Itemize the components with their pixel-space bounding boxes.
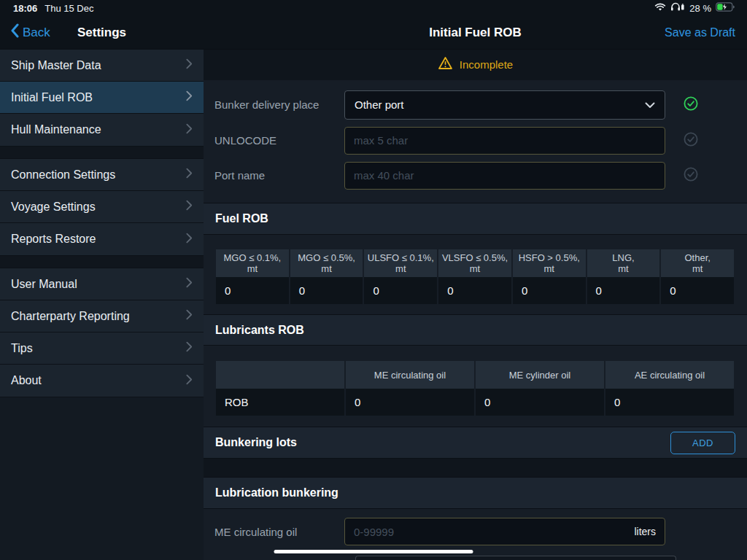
sidebar-item-reports-restore[interactable]: Reports Restore: [0, 223, 204, 255]
me-circulating-oil-label: ME circulating oil: [204, 526, 344, 538]
column-header: LNG,mt: [586, 249, 660, 277]
lubricant-value-cell[interactable]: 0: [344, 389, 474, 416]
settings-sidebar: Ship Master Data Initial Fuel ROB Hull M…: [0, 50, 204, 560]
unlocode-label: UNLOCODE: [204, 134, 344, 147]
back-label: Back: [23, 26, 50, 40]
page-header: Initial Fuel ROB Save as Draft: [204, 16, 747, 49]
warning-triangle-icon: [438, 56, 453, 73]
column-header: ME circulating oil: [344, 361, 474, 389]
chevron-right-icon: [186, 123, 193, 137]
chevron-left-icon: [10, 23, 19, 42]
sidebar-group-3: User Manual Charterparty Reporting Tips …: [0, 268, 204, 397]
fuel-value-cell[interactable]: 0: [659, 277, 734, 304]
section-gap: [204, 459, 747, 477]
chevron-right-icon: [186, 341, 193, 355]
sidebar-item-label: Hull Maintenance: [11, 123, 101, 136]
sidebar-item-label: User Manual: [11, 278, 77, 291]
sidebar-group-gap: [0, 255, 204, 268]
form-row-me-circulating-oil: ME circulating oil liters: [204, 518, 747, 545]
battery-percent: 28 %: [689, 3, 711, 14]
sidebar-item-label: Connection Settings: [11, 168, 115, 182]
incomplete-banner: Incomplete: [204, 50, 747, 80]
sidebar-item-connection-settings[interactable]: Connection Settings: [0, 159, 204, 191]
lubricants-values-row: ROB 0 0 0: [216, 389, 734, 416]
sidebar-filler: [0, 397, 204, 560]
fuel-value-cell[interactable]: 0: [511, 277, 586, 304]
sidebar-item-charterparty-reporting[interactable]: Charterparty Reporting: [0, 300, 204, 332]
sidebar-item-label: Ship Master Data: [11, 59, 101, 72]
chevron-right-icon: [186, 90, 193, 104]
pending-check-icon: [684, 132, 698, 149]
form-row-bunker-delivery-place: Bunker delivery place Other port: [204, 90, 747, 120]
fuel-rob-values-row: 0 0 0 0 0 0 0: [216, 277, 734, 304]
fuel-rob-table: MGO ≤ 0.1%,mt MGO ≤ 0.5%,mt ULSFO ≤ 0.1%…: [216, 249, 734, 304]
sidebar-item-label: Charterparty Reporting: [11, 310, 130, 323]
chevron-right-icon: [186, 233, 193, 246]
sidebar-item-label: About: [11, 374, 42, 387]
port-name-label: Port name: [204, 169, 344, 182]
chevron-down-icon: [645, 98, 655, 112]
add-bunkering-lot-button[interactable]: ADD: [670, 432, 735, 454]
sidebar-header: Back Settings: [0, 16, 204, 49]
form-row-port-name: Port name: [204, 162, 747, 190]
sidebar-item-label: Tips: [11, 342, 33, 355]
chevron-right-icon: [186, 309, 193, 323]
clock: 18:06: [13, 3, 37, 14]
date: Thu 15 Dec: [44, 3, 93, 14]
unlocode-input[interactable]: [344, 127, 665, 155]
chevron-right-icon: [186, 200, 193, 214]
save-as-draft-button[interactable]: Save as Draft: [665, 26, 735, 39]
column-header: MGO ≤ 0.5%,mt: [289, 249, 363, 277]
chevron-right-icon: [186, 168, 193, 182]
chevron-right-icon: [186, 374, 193, 388]
unit-label: liters: [634, 526, 656, 537]
sidebar-item-user-manual[interactable]: User Manual: [0, 268, 204, 300]
sidebar-item-label: Reports Restore: [11, 233, 96, 246]
screen: 18:06 Thu 15 Dec 28 % Back Setti: [0, 0, 747, 560]
back-button[interactable]: Back: [10, 23, 50, 42]
battery-charging-icon: [716, 2, 735, 14]
lubricants-rob-section-header: Lubricants ROB: [204, 314, 747, 346]
me-circulating-oil-input[interactable]: [344, 518, 665, 545]
lubricants-rob-table: ME circulating oil ME cylinder oil AE ci…: [216, 361, 734, 416]
port-name-input[interactable]: [344, 162, 665, 190]
form-row-unlocode: UNLOCODE: [204, 127, 747, 155]
initial-fuel-rob-panel: Incomplete Bunker delivery place Other p…: [204, 50, 747, 560]
sidebar-group-1: Ship Master Data Initial Fuel ROB Hull M…: [0, 50, 204, 146]
bunker-delivery-place-label: Bunker delivery place: [204, 98, 344, 111]
column-header: ME cylinder oil: [474, 361, 604, 389]
fuel-value-cell[interactable]: 0: [437, 277, 511, 304]
sidebar-item-tips[interactable]: Tips: [0, 332, 204, 365]
sidebar-item-about[interactable]: About: [0, 365, 204, 397]
home-indicator[interactable]: [274, 550, 473, 553]
sidebar-group-2: Connection Settings Voyage Settings Repo…: [0, 159, 204, 255]
page-title: Initial Fuel ROB: [429, 26, 522, 40]
bunkering-lots-section-header: Bunkering lots ADD: [204, 427, 747, 459]
sidebar-item-hull-maintenance[interactable]: Hull Maintenance: [0, 114, 204, 146]
fuel-value-cell[interactable]: 0: [289, 277, 363, 304]
bunker-delivery-place-select[interactable]: Other port: [344, 90, 665, 120]
sidebar-item-label: Voyage Settings: [11, 201, 96, 214]
column-header: VLSFO ≤ 0.5%,mt: [437, 249, 511, 277]
lubricant-value-cell[interactable]: 0: [474, 389, 604, 416]
chevron-right-icon: [186, 277, 193, 291]
lubricants-table-header: ME circulating oil ME cylinder oil AE ci…: [216, 361, 734, 389]
next-input-partial: [355, 556, 676, 560]
fuel-value-cell[interactable]: 0: [586, 277, 660, 304]
fuel-value-cell[interactable]: 0: [363, 277, 437, 304]
column-header: HSFO > 0.5%,mt: [511, 249, 586, 277]
pending-check-icon: [684, 167, 698, 184]
lubrication-bunkering-title: Lubrication bunkering: [215, 486, 338, 499]
status-bar: 18:06 Thu 15 Dec 28 %: [0, 0, 747, 16]
sidebar-item-label: Initial Fuel ROB: [11, 91, 93, 104]
sidebar-item-initial-fuel-rob[interactable]: Initial Fuel ROB: [0, 82, 204, 114]
incomplete-label: Incomplete: [460, 58, 513, 71]
chevron-right-icon: [186, 58, 193, 72]
lubricants-rob-title: Lubricants ROB: [215, 324, 304, 337]
sidebar-item-voyage-settings[interactable]: Voyage Settings: [0, 191, 204, 223]
sidebar-item-ship-master-data[interactable]: Ship Master Data: [0, 50, 204, 82]
lubricant-value-cell[interactable]: 0: [604, 389, 734, 416]
nav-bar: Back Settings Initial Fuel ROB Save as D…: [0, 16, 747, 50]
fuel-value-cell[interactable]: 0: [216, 277, 289, 304]
selected-value: Other port: [355, 98, 404, 111]
